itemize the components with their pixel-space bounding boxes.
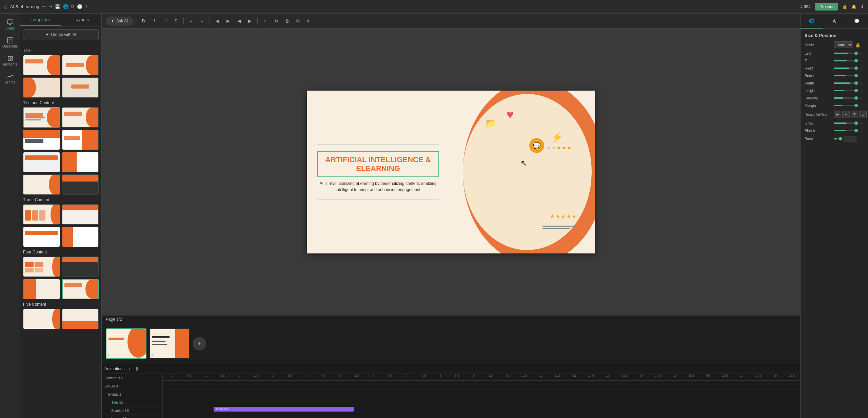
- bold-button[interactable]: B: [139, 16, 148, 26]
- download-icon[interactable]: ⬇: [861, 4, 864, 9]
- redo-icon[interactable]: ↪: [48, 4, 52, 9]
- template-tc-3[interactable]: [23, 130, 60, 150]
- slide-thumb-2[interactable]: 2: [149, 328, 190, 359]
- template-3c-3[interactable]: [23, 227, 60, 247]
- template-4c-4[interactable]: [62, 279, 99, 299]
- left-slider[interactable]: [834, 53, 857, 54]
- template-3c-2[interactable]: [62, 204, 99, 225]
- strikethrough-button[interactable]: S: [171, 16, 181, 26]
- template-tc-6[interactable]: [62, 152, 99, 172]
- template-tc-1[interactable]: [23, 107, 60, 128]
- width-slider[interactable]: [834, 82, 857, 84]
- globe-icon[interactable]: 🌐: [63, 4, 68, 9]
- add-slide-button[interactable]: +: [193, 337, 206, 350]
- tab-templates[interactable]: Templates: [20, 14, 61, 26]
- ask-ai-button[interactable]: ✦ Ask AI: [106, 17, 133, 25]
- tab-layouts[interactable]: Layouts: [61, 14, 102, 26]
- italic-button[interactable]: I: [150, 16, 159, 26]
- align-left-icon[interactable]: ⊢: [834, 111, 841, 118]
- template-tc-5[interactable]: [23, 152, 60, 172]
- sidebar-item-elements[interactable]: Elements: [1, 52, 19, 69]
- template-4c-3[interactable]: [23, 279, 60, 299]
- grow-slider[interactable]: [834, 122, 857, 124]
- mode-lock-icon[interactable]: 🔒: [855, 42, 860, 47]
- clock-icon[interactable]: 🕐: [77, 4, 82, 9]
- top-slider[interactable]: [834, 60, 857, 61]
- template-5c-1[interactable]: [23, 309, 60, 329]
- sidebar-item-scores[interactable]: Scores: [1, 70, 19, 87]
- template-title-3[interactable]: [23, 77, 60, 98]
- group-button[interactable]: ⧉: [293, 16, 302, 26]
- share-icon[interactable]: ⤴: [85, 4, 87, 9]
- padding-slider[interactable]: [834, 97, 857, 99]
- present-button[interactable]: Present: [815, 3, 838, 11]
- bottom-slider[interactable]: [834, 75, 857, 76]
- template-5c-2[interactable]: [62, 309, 99, 329]
- five-content-templates-grid: [23, 309, 99, 329]
- base-slider[interactable]: [834, 138, 842, 139]
- lock-icon[interactable]: 🔒: [842, 4, 847, 9]
- template-title-4[interactable]: [62, 77, 99, 98]
- create-ai-label: Create with AI: [51, 32, 76, 37]
- template-tc-8[interactable]: [62, 174, 99, 195]
- undo-icon[interactable]: ↩: [42, 4, 46, 9]
- delete-button[interactable]: 🗑: [282, 16, 292, 26]
- bell-icon[interactable]: 🔔: [851, 4, 856, 9]
- shape-button[interactable]: ○: [260, 16, 270, 26]
- left-lock[interactable]: ○: [859, 51, 864, 56]
- template-tc-4[interactable]: [62, 130, 99, 150]
- align-left-button[interactable]: ◀: [213, 16, 222, 26]
- padding-lock[interactable]: ○: [859, 96, 864, 100]
- template-title-2[interactable]: [62, 55, 99, 75]
- grow-lock[interactable]: ○: [859, 121, 864, 126]
- template-4c-1[interactable]: [23, 256, 60, 277]
- underline-button[interactable]: U: [160, 16, 170, 26]
- right-panel-globe-icon[interactable]: 🌐: [801, 14, 823, 28]
- list-unordered-button[interactable]: ≡: [186, 16, 196, 26]
- toolbar: ✦ Ask AI B I U S ≡ ≡ ◀ ▶ ◀ ▶ ○ ⧉ 🗑 ⧉ ⊕: [102, 14, 800, 28]
- align-justify-button[interactable]: ▶: [245, 16, 255, 26]
- template-title-1[interactable]: [23, 55, 60, 75]
- base-input[interactable]: [844, 136, 857, 141]
- height-slider[interactable]: [834, 90, 857, 91]
- more-button[interactable]: ⊕: [304, 16, 313, 26]
- align-right-icon[interactable]: ⊤: [851, 111, 858, 118]
- timeline-add-button[interactable]: +: [126, 365, 133, 372]
- height-lock[interactable]: ○: [859, 88, 864, 93]
- bottom-lock[interactable]: ○: [859, 73, 864, 78]
- save-icon[interactable]: 💾: [55, 4, 60, 9]
- template-tc-2[interactable]: [62, 107, 99, 128]
- width-lock[interactable]: ○: [859, 81, 864, 86]
- align-center-icon[interactable]: ⊣: [842, 111, 850, 118]
- template-4c-2[interactable]: [62, 256, 99, 277]
- template-3c-4[interactable]: [62, 227, 99, 247]
- right-lock[interactable]: ○: [859, 66, 864, 71]
- sidebar-item-questions[interactable]: ? Questions: [1, 34, 19, 51]
- margin-slider[interactable]: [834, 105, 857, 106]
- shrink-lock[interactable]: ○: [859, 128, 864, 133]
- create-ai-button[interactable]: ✦ Create with AI: [23, 29, 99, 40]
- align-right-button[interactable]: ◀: [234, 16, 244, 26]
- track-title15[interactable]: Title 15: [102, 398, 162, 406]
- timeline-delete-button[interactable]: 🗑: [134, 365, 141, 372]
- right-panel-text-icon[interactable]: A: [823, 14, 845, 28]
- sidebar-item-slides[interactable]: Slides: [1, 16, 19, 33]
- layers-icon[interactable]: ⧉: [71, 4, 74, 10]
- top-lock[interactable]: ○: [859, 58, 864, 63]
- mode-select[interactable]: Auto: [834, 41, 853, 48]
- right-panel-chat-icon[interactable]: 💬: [846, 14, 868, 28]
- align-justify-icon[interactable]: ⊥: [859, 111, 867, 118]
- align-center-button[interactable]: ▶: [223, 16, 233, 26]
- right-slider[interactable]: [834, 68, 857, 69]
- duplicate-button[interactable]: ⧉: [271, 16, 281, 26]
- list-ordered-button[interactable]: ≡: [197, 16, 207, 26]
- margin-lock[interactable]: ○: [859, 103, 864, 108]
- base-lock[interactable]: ○: [859, 136, 864, 141]
- home-icon[interactable]: ⌂: [4, 4, 7, 10]
- canvas-area[interactable]: ★ ★ ★ ★ ★ ★ ★ ★ ★ ★: [102, 28, 800, 316]
- template-tc-7[interactable]: [23, 174, 60, 195]
- template-3c-1[interactable]: [23, 204, 60, 225]
- shrink-slider[interactable]: [834, 130, 857, 131]
- slide-thumb-1[interactable]: 1: [106, 328, 146, 359]
- animation-bar-title15[interactable]: Zooms In: [214, 407, 354, 412]
